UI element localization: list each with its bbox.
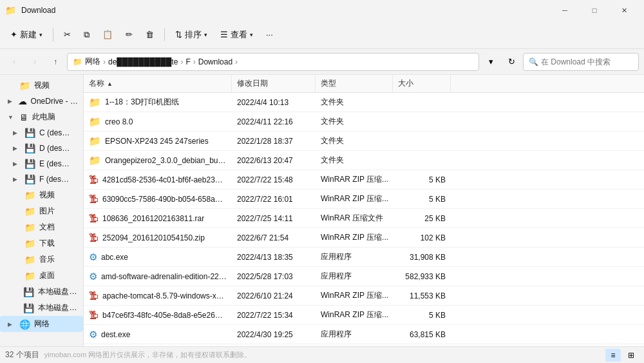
table-row[interactable]: 🗜63090cc5-7586-490b-b054-658a7763...2022… <box>84 190 644 209</box>
close-button[interactable]: ✕ <box>609 0 639 21</box>
back-button[interactable]: ‹ <box>5 53 23 71</box>
paste-button[interactable]: 📋 <box>97 25 118 45</box>
table-row[interactable]: 🗜apache-tomcat-8.5.79-windows-x64.z...20… <box>84 286 644 306</box>
dropdown-button[interactable]: ▾ <box>482 53 500 71</box>
sort-chevron-icon: ▾ <box>204 32 207 38</box>
more-button[interactable]: ··· <box>261 25 278 45</box>
file-name-cell: ⚙abc.exe <box>84 251 232 263</box>
item-count: 32 个项目 <box>5 349 39 360</box>
table-row[interactable]: ⚙dest.exe2022/4/30 19:25应用程序63,815 KB <box>84 325 644 344</box>
rename-button[interactable]: ✏ <box>120 25 138 45</box>
sidebar-item-this-pc[interactable]: ▼🖥此电脑 <box>0 109 83 125</box>
table-row[interactable]: 🗜b47ce6f3-48fc-405e-8da8-e5e262ffb2...20… <box>84 306 644 325</box>
table-row[interactable]: 🗜108636_20161202163811.rar2022/7/25 14:1… <box>84 209 644 228</box>
sidebar-item-label: OneDrive - Persc <box>31 97 78 106</box>
sidebar-item-videos-top[interactable]: 📁视频 <box>0 77 83 93</box>
table-row[interactable]: 📁Orangepizero2_3.0.0_debian_bullseye...2… <box>84 151 644 170</box>
sort-button[interactable]: ⇅ 排序 ▾ <box>170 25 213 45</box>
col-name-header[interactable]: 名称 ▲ <box>84 75 232 92</box>
table-row[interactable]: 🗜DG5431342_x64.zip2022/5/3 16:01WinRAR Z… <box>84 344 644 346</box>
file-name-text: 4281cd58-2536-4c01-bf6f-aeb23589e... <box>102 175 227 184</box>
sidebar-item-label: 文档 <box>39 222 55 233</box>
file-icon: 🗜 <box>89 309 99 320</box>
folder-icon: 📁 <box>24 271 35 281</box>
table-row[interactable]: ⚙amd-software-adrenalin-edition-22.5...2… <box>84 267 644 286</box>
table-row[interactable]: 📁EPSON-XP243 245 247series2022/1/28 18:3… <box>84 132 644 151</box>
sidebar-item-onedrive[interactable]: ▶☁OneDrive - Persc <box>0 93 83 109</box>
expand-icon: ▶ <box>13 161 21 167</box>
copy-button[interactable]: ⧉ <box>79 25 95 45</box>
sort-icon: ⇅ <box>175 30 182 39</box>
search-input[interactable] <box>541 57 633 66</box>
file-type-cell: 文件夹 <box>316 155 393 166</box>
file-name-text: 252094_20161201054150.zip <box>102 233 205 242</box>
cut-button[interactable]: ✂ <box>59 25 76 45</box>
sidebar-item-videos[interactable]: 📁视频 <box>0 187 83 203</box>
sidebar-item-f-drive[interactable]: ▶💾F (des… <box>0 172 83 187</box>
sidebar-item-music[interactable]: 📁音乐 <box>0 251 83 268</box>
breadcrumb-f[interactable]: F <box>185 57 190 66</box>
file-name-cell: 🗜108636_20161202163811.rar <box>84 213 232 224</box>
file-name-text: EPSON-XP243 245 247series <box>105 137 209 146</box>
file-size-cell: 31,908 KB <box>393 253 451 262</box>
file-icon: ⚙ <box>89 329 97 340</box>
sidebar-item-c-drive[interactable]: ▶💾C (des… <box>0 125 83 141</box>
file-size-cell: 102 KB <box>393 233 451 242</box>
breadcrumb: 📁 网络 › de██████████te › F › Download › <box>67 53 479 71</box>
sidebar-item-desktop[interactable]: 📁桌面 <box>0 268 83 284</box>
status-bar: 32 个项目 yimoban.com 网络图片仅供展示，非存储，如有侵权请联系删… <box>0 346 644 363</box>
col-type-header[interactable]: 类型 <box>316 75 393 92</box>
file-date-cell: 2022/7/25 14:11 <box>232 214 316 223</box>
forward-button[interactable]: › <box>26 53 44 71</box>
table-row[interactable]: 📁creo 8.02022/4/11 22:16文件夹 <box>84 112 644 132</box>
maximize-button[interactable]: □ <box>580 0 609 21</box>
breadcrumb-download[interactable]: Download <box>198 57 232 66</box>
folder-icon: 📁 <box>24 239 35 249</box>
delete-button[interactable]: 🗑 <box>140 25 159 45</box>
folder-icon: 💾 <box>24 128 35 138</box>
file-date-cell: 2022/6/13 20:47 <box>232 156 316 165</box>
file-name-cell: 📁Orangepizero2_3.0.0_debian_bullseye... <box>84 155 232 166</box>
sidebar-item-downloads[interactable]: 📁下载 <box>0 235 83 251</box>
file-name-cell: ⚙amd-software-adrenalin-edition-22.5... <box>84 271 232 282</box>
sidebar-item-label: 网络 <box>34 319 50 329</box>
copy-icon: ⧉ <box>84 30 90 40</box>
file-name-cell: 🗜4281cd58-2536-4c01-bf6f-aeb23589e... <box>84 174 232 185</box>
up-button[interactable]: ↑ <box>46 53 64 71</box>
folder-icon: 📁 <box>24 222 35 233</box>
sidebar-item-local-d[interactable]: 💾本地磁盘 (D:) <box>0 300 83 316</box>
table-row[interactable]: ⚙abc.exe2022/4/13 18:35应用程序31,908 KB <box>84 248 644 267</box>
sidebar-item-network[interactable]: ▶🌐网络 <box>0 316 83 332</box>
file-date-cell: 2022/4/13 18:35 <box>232 253 316 262</box>
sidebar-item-e-drive[interactable]: ▶💾E (des… <box>0 156 83 172</box>
details-view-button[interactable]: ≡ <box>605 349 621 362</box>
sidebar-item-label: 下载 <box>39 238 55 249</box>
table-row[interactable]: 🗜252094_20161201054150.zip2022/6/7 21:54… <box>84 228 644 248</box>
breadcrumb-network[interactable]: 网络 <box>85 56 100 67</box>
file-name-text: abc.exe <box>101 253 128 262</box>
file-type-cell: 文件夹 <box>316 116 393 127</box>
minimize-button[interactable]: ─ <box>550 0 580 21</box>
view-toggle: ≡ ⊞ <box>605 349 639 362</box>
table-row[interactable]: 🗜4281cd58-2536-4c01-bf6f-aeb23589e...202… <box>84 170 644 190</box>
col-size-header[interactable]: 大小 <box>393 75 451 92</box>
refresh-button[interactable]: ↻ <box>502 53 520 71</box>
table-row[interactable]: 📁1--18：3D打印机图纸2022/4/4 10:13文件夹 <box>84 93 644 112</box>
file-name-cell: ⚙dest.exe <box>84 329 232 340</box>
col-date-header[interactable]: 修改日期 <box>232 75 316 92</box>
sidebar-item-docs[interactable]: 📁文档 <box>0 219 83 235</box>
breadcrumb-host[interactable]: de██████████te <box>108 57 178 66</box>
folder-icon: 💾 <box>24 174 35 184</box>
new-button[interactable]: ✦ 新建 ▾ <box>5 25 48 45</box>
folder-icon: 📁 <box>19 81 30 91</box>
sidebar-item-label: 此电脑 <box>32 112 55 123</box>
sidebar: 📁视频▶☁OneDrive - Persc▼🖥此电脑▶💾C (des…▶💾D (… <box>0 75 84 346</box>
tiles-view-button[interactable]: ⊞ <box>623 349 639 362</box>
sidebar-item-d-drive[interactable]: ▶💾D (des… <box>0 141 83 156</box>
separator-1 <box>53 28 53 41</box>
view-button[interactable]: ☰ 查看 ▾ <box>215 25 258 45</box>
sidebar-item-local-c[interactable]: 💾本地磁盘 (C:) <box>0 284 83 300</box>
file-list-header: 名称 ▲ 修改日期 类型 大小 <box>84 75 644 93</box>
file-date-cell: 2022/4/11 22:16 <box>232 117 316 126</box>
sidebar-item-pictures[interactable]: 📁图片 <box>0 203 83 219</box>
